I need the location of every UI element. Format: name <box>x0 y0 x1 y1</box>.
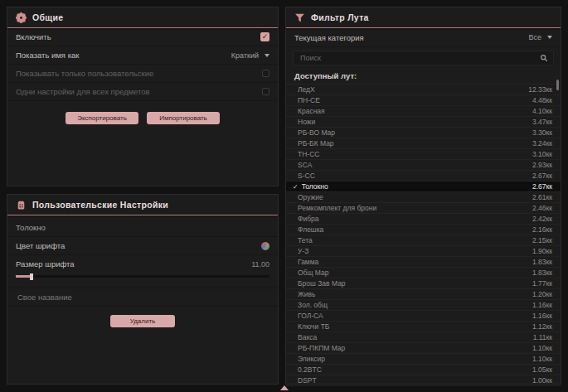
loot-item-name: Эликсир <box>298 355 325 363</box>
general-panel-header: Общие <box>7 7 278 27</box>
loot-item-row[interactable]: ✓ 0.2BTC 1.05кк <box>286 365 561 375</box>
loot-item-row[interactable]: ✓ Эликсир 1.10кк <box>286 354 561 365</box>
user-only-checkbox[interactable] <box>262 70 269 77</box>
loot-item-row[interactable]: ✓ Красная 4.10кк <box>286 106 561 117</box>
delete-button[interactable]: Удалить <box>110 315 175 327</box>
color-wheel-icon[interactable] <box>261 242 269 250</box>
scrollbar-thumb[interactable] <box>556 80 559 90</box>
loot-item-value: 12.33кк <box>528 85 552 94</box>
loot-item-value: 4.10кк <box>532 107 552 115</box>
loot-item-name: Гамма <box>298 258 318 266</box>
category-select[interactable]: Все <box>528 33 552 41</box>
loot-item-value: 1.11кк <box>533 333 552 341</box>
enable-checkbox[interactable]: ✓ <box>260 32 269 41</box>
loot-item-row[interactable]: ✓ ЛедХ 12.33кк <box>286 85 561 95</box>
enable-label: Включить <box>16 32 51 41</box>
loot-item-name: Флешка <box>298 225 323 234</box>
loot-item-row[interactable]: ✓ Гамма 1.83кк <box>286 257 561 268</box>
custom-name-input[interactable] <box>16 292 269 302</box>
search-icon[interactable] <box>540 54 548 62</box>
category-value: Все <box>528 33 541 41</box>
loot-item-value: 1.16кк <box>532 312 552 320</box>
general-panel: Общие Включить ✓ Показать имя как Кратки… <box>7 7 279 186</box>
same-settings-label: Одни настройки для всех предметов <box>16 87 150 96</box>
loot-item-row[interactable]: ✓ РБ-ПКПМ Мар 1.10кк <box>286 343 561 354</box>
loot-item-name: РБ-ПКПМ Мар <box>298 344 345 352</box>
custom-name-row <box>7 288 278 307</box>
loot-item-name: Фибра <box>298 215 319 223</box>
loot-item-value: 2.42кк <box>532 215 552 223</box>
loot-item-row[interactable]: ✓ Общ Мар 1.83кк <box>286 268 561 278</box>
general-panel-title: Общие <box>32 12 63 22</box>
selected-item-name: Толокно <box>7 215 278 236</box>
loot-item-row[interactable]: ✓ Оружие 2.61кк <box>286 192 561 203</box>
loot-item-value: 3.47кк <box>532 118 552 126</box>
search-box <box>293 51 554 65</box>
loot-item-row[interactable]: ✓ Зол. общ 1.16кк <box>286 300 561 311</box>
search-input[interactable] <box>299 53 536 63</box>
loot-item-row[interactable]: ✓ РБ-БК Мар 3.24кк <box>286 138 561 149</box>
font-size-slider-row <box>7 273 278 283</box>
loot-item-value: 3.30кк <box>532 128 552 137</box>
name-mode-select[interactable]: Краткий <box>231 51 269 60</box>
setting-row-user-only: Показывать только пользовательские <box>7 65 278 83</box>
loot-item-name: Тета <box>298 236 313 244</box>
loot-item-value: 2.93кк <box>532 161 552 169</box>
loot-item-row[interactable]: ✓ Вакса 1.11кк <box>286 332 561 343</box>
setting-row-same-settings: Одни настройки для всех предметов <box>7 83 278 101</box>
loot-item-name: DSPT <box>298 376 317 385</box>
loot-item-value: 1.00кк <box>532 376 552 385</box>
gear-flower-icon <box>16 12 27 23</box>
import-button[interactable]: Импортировать <box>147 112 220 124</box>
loot-item-name: Общ Мар <box>298 269 328 277</box>
loot-item-value: 2.15кк <box>532 236 552 244</box>
category-label: Текущая категория <box>294 33 364 42</box>
loot-filter-title: Фильтр Лута <box>311 12 369 22</box>
same-settings-checkbox[interactable] <box>262 88 269 95</box>
loot-item-name: РБ-БК Мар <box>298 139 334 148</box>
user-only-label: Показывать только пользовательские <box>16 69 153 78</box>
font-size-slider[interactable] <box>16 275 269 278</box>
loot-item-row[interactable]: ✓ ПН-СЕ 4.48кк <box>286 95 561 106</box>
user-settings-title: Пользовательские Настройки <box>32 200 168 210</box>
loot-item-value: 1.10кк <box>532 355 552 363</box>
loot-item-value: 1.20кк <box>532 290 552 298</box>
bottom-arrow-handle[interactable] <box>280 385 289 390</box>
loot-list: ✓ ЛедХ 12.33кк ✓ ПН-СЕ 4.48кк ✓ Красная … <box>286 84 561 386</box>
loot-item-row[interactable]: ✓ DSPT 1.00кк <box>286 375 561 386</box>
loot-item-value: 4.48кк <box>532 96 552 104</box>
slider-handle[interactable] <box>30 273 33 280</box>
loot-item-row[interactable]: ✓ ГОЛ-СА 1.16кк <box>286 311 561 322</box>
loot-item-row[interactable]: ✓ SCA 2.93кк <box>286 160 561 171</box>
loot-item-row[interactable]: ✓ У-З 1.90кк <box>286 246 561 257</box>
setting-row-enable: Включить ✓ <box>7 28 278 46</box>
font-color-row: Цвет шрифта <box>7 236 278 255</box>
chevron-down-icon <box>265 54 269 57</box>
loot-item-row[interactable]: ✓ Ремкомплект для брони 2.46кк <box>286 203 561 214</box>
loot-item-row[interactable]: ✓ Ножи 3.47кк <box>286 117 561 128</box>
loot-item-name: Вакса <box>298 333 317 341</box>
loot-item-row[interactable]: ✓ Тета 2.15кк <box>286 235 561 246</box>
loot-item-value: 2.67кк <box>532 182 552 191</box>
loot-item-row[interactable]: ✓ Брош Зав Мар 1.77кк <box>286 278 561 289</box>
loot-item-value: 2.16кк <box>532 225 552 234</box>
loot-item-row[interactable]: ✓ S-СС 2.67кк <box>286 171 561 181</box>
loot-item-row[interactable]: ✓ ТН-СС 3.10кк <box>286 149 561 160</box>
loot-item-row[interactable]: ✓ Флешка 2.16кк <box>286 225 561 235</box>
export-button[interactable]: Экспортировать <box>66 112 138 124</box>
loot-item-row[interactable]: ✓ Живь 1.20кк <box>286 289 561 300</box>
loot-item-name: Живь <box>298 290 316 298</box>
badge-icon <box>16 200 27 211</box>
loot-item-value: 1.90кк <box>532 247 552 255</box>
loot-item-name: У-З <box>298 247 308 255</box>
loot-filter-header: Фильтр Лута <box>286 7 561 27</box>
loot-item-value: 1.05кк <box>532 365 552 374</box>
loot-item-name: ЛедХ <box>298 85 315 94</box>
loot-item-row[interactable]: ✓ РБ-ВО Мар 3.30кк <box>286 128 561 138</box>
available-loot-heading: Доступный лут: <box>286 69 561 84</box>
loot-item-row[interactable]: ✓ Толокно 2.67кк <box>286 181 561 192</box>
loot-item-name: Толокно <box>302 182 328 191</box>
loot-item-row[interactable]: ✓ Фибра 2.42кк <box>286 214 561 225</box>
loot-item-value: 1.77кк <box>532 279 552 288</box>
loot-item-row[interactable]: ✓ Ключи ТБ 1.12кк <box>286 322 561 332</box>
